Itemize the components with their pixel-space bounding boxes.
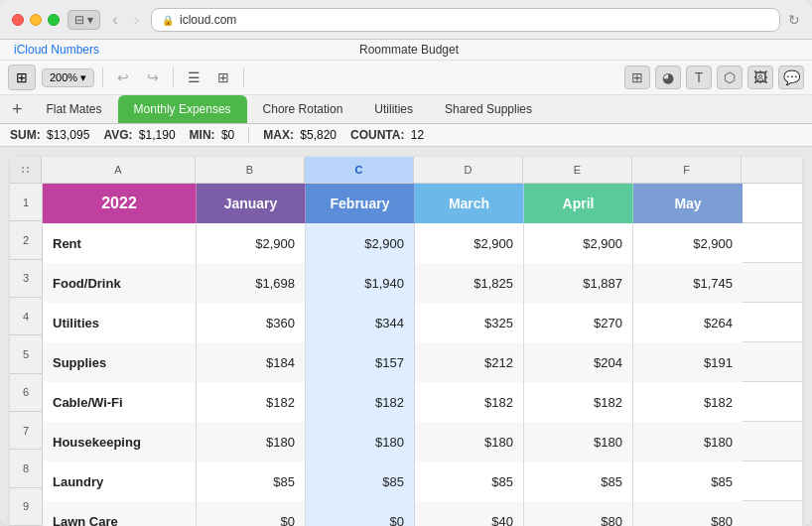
redo-button[interactable]: ↪ xyxy=(141,66,165,89)
cell-A6[interactable]: Cable/Wi-Fi xyxy=(43,382,197,422)
cell-A7[interactable]: Housekeeping xyxy=(43,422,197,461)
cell-F5[interactable]: $191 xyxy=(633,342,743,382)
cell-E2[interactable]: $2,900 xyxy=(524,223,633,263)
cell-C7[interactable]: $180 xyxy=(306,422,415,461)
cell-B8[interactable]: $85 xyxy=(197,461,306,501)
cell-D5[interactable]: $212 xyxy=(415,342,524,382)
cell-B2[interactable]: $2,900 xyxy=(197,223,306,263)
cell-A4[interactable]: Utilities xyxy=(43,303,197,342)
table-icon[interactable]: ⊞ xyxy=(624,66,650,89)
cell-A9[interactable]: Lawn Care xyxy=(43,501,197,526)
cell-B4[interactable]: $360 xyxy=(197,303,306,342)
tab-monthly-expenses[interactable]: Monthly Expenses xyxy=(118,95,247,123)
nav-back-button[interactable]: ‹ xyxy=(108,11,121,29)
sidebar-toggle-button[interactable]: ⊟ ▾ xyxy=(68,10,100,30)
cell-D1[interactable]: March xyxy=(415,184,524,223)
cell-D7[interactable]: $180 xyxy=(415,422,524,461)
cell-F7[interactable]: $180 xyxy=(633,422,743,461)
cell-D9[interactable]: $40 xyxy=(415,501,524,526)
row-header-9[interactable]: 9 xyxy=(10,488,42,526)
row-header-2[interactable]: 2 xyxy=(10,221,42,259)
cell-B3[interactable]: $1,698 xyxy=(197,263,306,303)
cell-F4[interactable]: $264 xyxy=(633,303,743,342)
cell-B5[interactable]: $184 xyxy=(197,342,306,382)
row-header-4[interactable]: 4 xyxy=(10,298,42,335)
col-header-F[interactable]: F xyxy=(632,157,742,183)
cell-D2[interactable]: $2,900 xyxy=(415,223,524,263)
cell-C1[interactable]: February xyxy=(306,184,415,223)
col-header-A[interactable]: A xyxy=(42,157,196,183)
cell-E7[interactable]: $180 xyxy=(524,422,633,461)
cell-E3[interactable]: $1,887 xyxy=(524,263,633,303)
tab-chore-rotation[interactable]: Chore Rotation xyxy=(247,95,359,123)
cell-F3[interactable]: $1,745 xyxy=(633,263,743,303)
cell-E9[interactable]: $80 xyxy=(524,501,633,526)
cell-C3[interactable]: $1,940 xyxy=(306,263,415,303)
avg-value: $1,190 xyxy=(139,128,176,142)
cell-A8[interactable]: Laundry xyxy=(43,461,197,501)
cell-A3[interactable]: Food/Drink xyxy=(43,263,197,303)
cell-B6[interactable]: $182 xyxy=(197,382,306,422)
row-header-5[interactable]: 5 xyxy=(10,335,42,373)
table-format-button[interactable]: ⊞ xyxy=(211,66,235,89)
list-format-button[interactable]: ☰ xyxy=(182,66,205,89)
col-header-C[interactable]: C xyxy=(305,157,414,183)
tab-utilities[interactable]: Utilities xyxy=(358,95,429,123)
cell-E1[interactable]: April xyxy=(524,184,633,223)
cell-A1[interactable]: 2022 xyxy=(43,184,197,223)
counta-value: 12 xyxy=(411,128,424,142)
cell-F6[interactable]: $182 xyxy=(633,382,743,422)
chart-icon[interactable]: ◕ xyxy=(655,66,681,89)
cell-C4[interactable]: $344 xyxy=(306,303,415,342)
col-header-B[interactable]: B xyxy=(196,157,305,183)
tab-shared-supplies[interactable]: Shared Supplies xyxy=(429,95,548,123)
col-header-D[interactable]: D xyxy=(414,157,523,183)
cell-A2[interactable]: Rent xyxy=(43,223,197,263)
cell-B9[interactable]: $0 xyxy=(197,501,306,526)
cell-C9[interactable]: $0 xyxy=(306,501,415,526)
row-header-7[interactable]: 7 xyxy=(10,412,42,450)
image-icon[interactable]: 🖼 xyxy=(747,66,773,89)
cell-B7[interactable]: $180 xyxy=(197,422,306,461)
minimize-button[interactable] xyxy=(30,14,42,26)
cell-C5[interactable]: $157 xyxy=(306,342,415,382)
comment-icon[interactable]: 💬 xyxy=(778,66,804,89)
add-table-button[interactable]: ⊞ xyxy=(8,65,36,90)
nav-forward-button[interactable]: › xyxy=(130,11,143,29)
undo-button[interactable]: ↩ xyxy=(111,66,135,89)
cell-A5[interactable]: Supplies xyxy=(43,342,197,382)
tab-flat-mates[interactable]: Flat Mates xyxy=(31,95,118,123)
text-icon[interactable]: T xyxy=(686,66,712,89)
cell-F8[interactable]: $85 xyxy=(633,461,743,501)
cell-E8[interactable]: $85 xyxy=(524,461,633,501)
row-header-6[interactable]: 6 xyxy=(10,374,42,412)
shape-icon[interactable]: ⬡ xyxy=(717,66,743,89)
cell-E5[interactable]: $204 xyxy=(524,342,633,382)
cell-D4[interactable]: $325 xyxy=(415,303,524,342)
cell-E6[interactable]: $182 xyxy=(524,382,633,422)
address-bar[interactable]: 🔒 icloud.com xyxy=(151,8,780,32)
col-header-E[interactable]: E xyxy=(523,157,632,183)
close-button[interactable] xyxy=(12,14,24,26)
cell-D3[interactable]: $1,825 xyxy=(415,263,524,303)
cell-C2[interactable]: $2,900 xyxy=(306,223,415,263)
cell-D6[interactable]: $182 xyxy=(415,382,524,422)
cell-E4[interactable]: $270 xyxy=(524,303,633,342)
zoom-control[interactable]: 200% ▾ xyxy=(42,68,94,87)
cell-C6[interactable]: $182 xyxy=(306,382,415,422)
cell-F9[interactable]: $80 xyxy=(633,501,743,526)
table-row: Lawn Care $0 $0 $40 $80 $80 xyxy=(43,501,802,526)
cell-F1[interactable]: May xyxy=(633,184,743,223)
cell-F2[interactable]: $2,900 xyxy=(633,223,743,263)
row-header-1[interactable]: 1 xyxy=(10,184,42,221)
row-header-3[interactable]: 3 xyxy=(10,260,42,298)
cell-B1[interactable]: January xyxy=(197,184,306,223)
add-sheet-button[interactable]: + xyxy=(4,96,31,122)
maximize-button[interactable] xyxy=(48,14,60,26)
cell-D8[interactable]: $85 xyxy=(415,461,524,501)
doc-title: Roommate Budget xyxy=(359,43,459,57)
toolbar-separator-2 xyxy=(173,67,174,87)
row-header-8[interactable]: 8 xyxy=(10,450,42,487)
cell-C8[interactable]: $85 xyxy=(306,461,415,501)
refresh-button[interactable]: ↻ xyxy=(788,12,800,28)
